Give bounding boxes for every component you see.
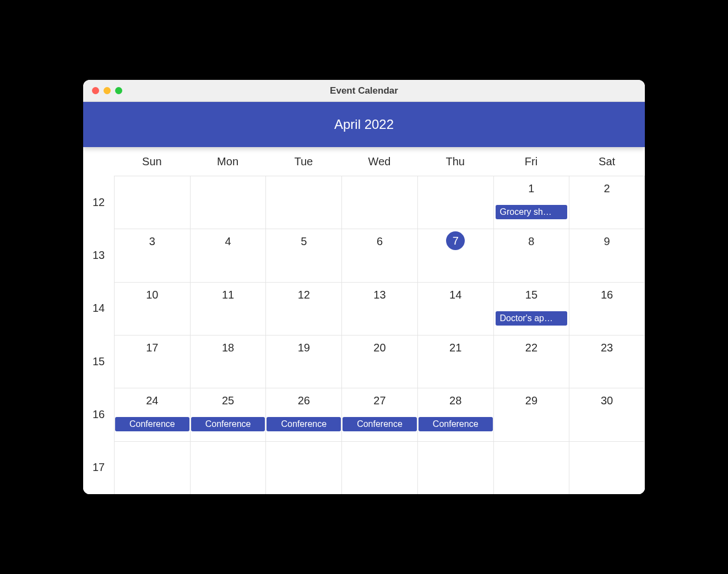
day-cell[interactable]: 25Conference bbox=[190, 388, 266, 441]
week-number: 16 bbox=[83, 388, 114, 441]
window-title: Event Calendar bbox=[83, 85, 645, 96]
day-cell[interactable]: 4 bbox=[190, 229, 266, 281]
event-pill[interactable]: Doctor's ap… bbox=[496, 311, 568, 326]
day-number: 4 bbox=[225, 232, 231, 250]
day-cell[interactable]: 7 bbox=[417, 229, 493, 281]
week-number: 15 bbox=[83, 335, 114, 388]
day-number: 26 bbox=[298, 392, 310, 409]
day-cell[interactable]: 26Conference bbox=[265, 388, 341, 441]
day-number: 8 bbox=[528, 232, 534, 250]
weekday-thu: Thu bbox=[417, 155, 493, 168]
day-cell[interactable]: 5 bbox=[265, 229, 341, 281]
day-cell[interactable]: 20 bbox=[341, 335, 417, 388]
day-number: 13 bbox=[373, 286, 385, 304]
day-cell[interactable]: 6 bbox=[341, 229, 417, 281]
event-pill[interactable]: Conference bbox=[191, 417, 265, 431]
day-cell[interactable]: 9 bbox=[569, 229, 645, 281]
day-number: 10 bbox=[146, 286, 158, 304]
month-header: April 2022 bbox=[83, 102, 645, 147]
weekday-mon: Mon bbox=[190, 155, 266, 168]
day-number: 29 bbox=[525, 392, 537, 409]
close-icon[interactable] bbox=[92, 87, 99, 94]
day-cell[interactable]: 18 bbox=[190, 335, 266, 388]
day-number-today: 7 bbox=[446, 231, 465, 250]
zoom-icon[interactable] bbox=[115, 87, 122, 94]
day-number: 20 bbox=[373, 339, 385, 356]
day-cell[interactable]: 27Conference bbox=[341, 388, 417, 441]
weekday-tue: Tue bbox=[265, 155, 341, 168]
day-cell[interactable] bbox=[493, 441, 569, 494]
day-cell[interactable]: 1Grocery sh… bbox=[493, 176, 569, 229]
day-cell[interactable]: 10 bbox=[114, 282, 190, 335]
week-row: 1517181920212223 bbox=[83, 335, 645, 388]
day-cell[interactable]: 16 bbox=[569, 282, 645, 335]
day-number: 6 bbox=[377, 232, 383, 250]
day-number: 12 bbox=[298, 286, 310, 304]
day-number: 28 bbox=[449, 392, 461, 409]
day-cell[interactable] bbox=[569, 441, 645, 494]
day-cell[interactable]: 28Conference bbox=[417, 388, 493, 441]
traffic-lights bbox=[83, 87, 122, 94]
titlebar[interactable]: Event Calendar bbox=[83, 80, 645, 102]
day-cell[interactable] bbox=[265, 176, 341, 229]
week-number: 13 bbox=[83, 229, 114, 281]
weekday-wed: Wed bbox=[341, 155, 417, 168]
day-number: 18 bbox=[222, 339, 234, 356]
day-number: 23 bbox=[601, 339, 613, 356]
day-number: 17 bbox=[146, 339, 158, 356]
day-cell[interactable]: 23 bbox=[569, 335, 645, 388]
day-cell[interactable]: 8 bbox=[493, 229, 569, 281]
event-pill[interactable]: Conference bbox=[419, 417, 493, 431]
day-number: 19 bbox=[298, 339, 310, 356]
day-cell[interactable] bbox=[190, 441, 266, 494]
week-number: 12 bbox=[83, 176, 114, 229]
minimize-icon[interactable] bbox=[104, 87, 111, 94]
day-number: 3 bbox=[149, 232, 155, 250]
day-number: 2 bbox=[604, 180, 610, 197]
event-pill[interactable]: Grocery sh… bbox=[496, 205, 568, 219]
day-number: 27 bbox=[373, 392, 385, 409]
day-cell[interactable]: 21 bbox=[417, 335, 493, 388]
week-number: 17 bbox=[83, 441, 114, 494]
weekday-fri: Fri bbox=[493, 155, 569, 168]
event-pill[interactable]: Conference bbox=[267, 417, 341, 431]
app-window: Event Calendar April 2022 Sun Mon Tue We… bbox=[83, 80, 645, 494]
calendar: Sun Mon Tue Wed Thu Fri Sat 121Grocery s… bbox=[83, 147, 645, 494]
day-cell[interactable] bbox=[190, 176, 266, 229]
day-cell[interactable]: 30 bbox=[569, 388, 645, 441]
day-cell[interactable] bbox=[341, 176, 417, 229]
day-cell[interactable]: 15Doctor's ap… bbox=[493, 282, 569, 335]
day-cell[interactable]: 24Conference bbox=[114, 388, 190, 441]
event-pill[interactable]: Conference bbox=[115, 417, 189, 431]
day-cell[interactable] bbox=[114, 176, 190, 229]
day-number: 15 bbox=[525, 286, 537, 304]
day-cell[interactable]: 22 bbox=[493, 335, 569, 388]
day-number: 16 bbox=[601, 286, 613, 304]
day-number: 9 bbox=[604, 232, 610, 250]
weekday-sun: Sun bbox=[114, 155, 190, 168]
day-cell[interactable]: 19 bbox=[265, 335, 341, 388]
day-number: 1 bbox=[528, 180, 534, 197]
day-cell[interactable]: 14 bbox=[417, 282, 493, 335]
day-cell[interactable] bbox=[417, 176, 493, 229]
week-number: 14 bbox=[83, 282, 114, 335]
day-number: 22 bbox=[525, 339, 537, 356]
event-pill[interactable]: Conference bbox=[343, 417, 417, 431]
day-cell[interactable]: 2 bbox=[569, 176, 645, 229]
week-row: 121Grocery sh…2 bbox=[83, 176, 645, 229]
weekday-header-row: Sun Mon Tue Wed Thu Fri Sat bbox=[83, 147, 645, 176]
day-cell[interactable]: 11 bbox=[190, 282, 266, 335]
day-cell[interactable]: 3 bbox=[114, 229, 190, 281]
day-number: 11 bbox=[222, 286, 234, 304]
day-cell[interactable]: 13 bbox=[341, 282, 417, 335]
day-cell[interactable] bbox=[417, 441, 493, 494]
day-cell[interactable] bbox=[114, 441, 190, 494]
day-cell[interactable] bbox=[341, 441, 417, 494]
day-cell[interactable]: 12 bbox=[265, 282, 341, 335]
week-row: 1624Conference25Conference26Conference27… bbox=[83, 388, 645, 441]
day-cell[interactable]: 29 bbox=[493, 388, 569, 441]
day-cell[interactable]: 17 bbox=[114, 335, 190, 388]
day-number: 30 bbox=[601, 392, 613, 409]
day-number: 25 bbox=[222, 392, 234, 409]
day-cell[interactable] bbox=[265, 441, 341, 494]
